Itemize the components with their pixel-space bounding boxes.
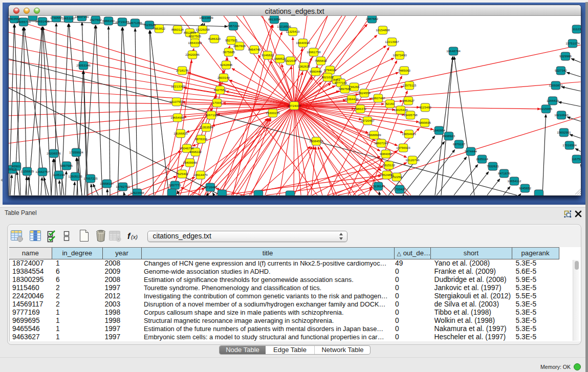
svg-text:8938923: 8938923 [443,134,455,138]
svg-text:8813054: 8813054 [268,17,281,21]
svg-text:3675685: 3675685 [223,50,235,54]
svg-text:6794028: 6794028 [324,68,337,72]
svg-text:6879197: 6879197 [453,142,466,146]
svg-text:16640910: 16640910 [296,41,310,45]
svg-text:12942757: 12942757 [35,170,50,173]
svg-text:2935114: 2935114 [476,157,488,161]
svg-text:8912954: 8912954 [184,31,197,34]
svg-text:18037191: 18037191 [75,16,89,18]
svg-text:8427552: 8427552 [214,88,227,92]
svg-text:13218506: 13218506 [277,25,291,28]
svg-text:16543362: 16543362 [188,41,202,45]
svg-text:7986372: 7986372 [354,107,367,111]
svg-text:252254: 252254 [391,175,402,179]
svg-text:19756923: 19756923 [396,146,410,149]
svg-text:1145194: 1145194 [53,173,65,177]
svg-text:10719155: 10719155 [115,20,129,24]
svg-text:8454749: 8454749 [248,48,261,51]
svg-text:18807249: 18807249 [374,141,388,145]
svg-text:15136141: 15136141 [371,184,385,188]
svg-text:15692901: 15692901 [557,130,571,134]
svg-text:39119: 39119 [9,167,17,171]
svg-text:16961758: 16961758 [307,50,321,54]
svg-text:2867608: 2867608 [233,44,246,48]
svg-text:18724007: 18724007 [287,104,301,107]
svg-text:3215955: 3215955 [540,107,553,111]
svg-text:16648784: 16648784 [446,49,461,53]
svg-text:16107553: 16107553 [169,100,184,103]
svg-text:16782759: 16782759 [116,185,130,188]
svg-text:3267110: 3267110 [205,113,217,117]
svg-text:10958107: 10958107 [100,182,114,185]
svg-text:8660124: 8660124 [171,28,184,31]
svg-text:8878334: 8878334 [195,137,208,141]
svg-text:7663822: 7663822 [153,27,166,30]
svg-text:12505135: 12505135 [68,174,82,178]
svg-text:10025438: 10025438 [394,108,408,112]
svg-text:6899695: 6899695 [419,121,431,124]
svg-text:15495798: 15495798 [403,113,418,117]
svg-text:17957225: 17957225 [83,177,98,180]
svg-text:15720407: 15720407 [360,119,375,122]
svg-text:11156829: 11156829 [20,169,34,173]
svg-text:11123: 11123 [573,27,581,31]
svg-text:8990448: 8990448 [310,70,322,73]
svg-text:7957224: 7957224 [227,24,240,28]
svg-text:746266: 746266 [349,85,360,89]
svg-text:9329966: 9329966 [559,54,572,58]
svg-text:19654985: 19654985 [170,116,185,119]
svg-text:12923468: 12923468 [130,191,144,194]
svg-text:9657771: 9657771 [169,183,182,187]
svg-text:7955812: 7955812 [315,59,328,62]
svg-text:10688609: 10688609 [367,133,381,137]
svg-text:1733426: 1733426 [394,187,406,191]
svg-text:f: f [127,232,131,240]
svg-text:9527505: 9527505 [225,38,238,42]
svg-text:6966160: 6966160 [102,19,115,23]
svg-text:1730557: 1730557 [50,16,63,19]
svg-text:1244419: 1244419 [547,99,559,102]
svg-text:16033809: 16033809 [199,16,213,19]
svg-text:43901: 43901 [12,164,21,168]
svg-text:22420046: 22420046 [185,53,200,56]
svg-text:16914479: 16914479 [193,173,208,177]
svg-text:9463627: 9463627 [402,99,415,102]
svg-text:9227342: 9227342 [555,69,568,72]
svg-text:9245652: 9245652 [519,186,532,190]
svg-text:1640954: 1640954 [433,128,446,132]
svg-text:20691406: 20691406 [35,19,50,23]
svg-text:9146821: 9146821 [262,53,274,57]
svg-text:1527602: 1527602 [90,18,102,21]
svg-text:10671355: 10671355 [128,21,142,25]
svg-text:19166825: 19166825 [173,132,188,135]
svg-text:10973493: 10973493 [393,53,407,57]
svg-text:9498222: 9498222 [189,150,202,154]
svg-text:62160: 62160 [385,102,395,105]
svg-text:15751074: 15751074 [565,41,580,45]
svg-text:9327505: 9327505 [189,34,202,38]
svg-text:8471676: 8471676 [498,171,511,175]
svg-text:6322037: 6322037 [285,59,297,62]
svg-text:7515526: 7515526 [143,23,156,27]
svg-text:9084067: 9084067 [380,152,393,156]
svg-text:9474444: 9474444 [465,149,477,153]
svg-text:9777169: 9777169 [335,81,347,84]
svg-text:2603144: 2603144 [217,76,230,79]
svg-text:17016504: 17016504 [562,143,577,147]
svg-text:7485063: 7485063 [398,69,411,72]
svg-text:9115460: 9115460 [419,105,431,109]
svg-text:1362615: 1362615 [298,64,311,68]
svg-text:10120746: 10120746 [405,158,420,162]
svg-text:9997586: 9997586 [60,164,73,167]
svg-text:19384554: 19384554 [309,139,323,143]
svg-text:14055713: 14055713 [16,20,31,24]
svg-text:10653267: 10653267 [61,16,76,20]
svg-text:16210643: 16210643 [554,113,569,117]
svg-text:10807487: 10807487 [371,96,385,100]
svg-text:15226058: 15226058 [195,28,210,31]
svg-text:7632621: 7632621 [487,164,499,168]
svg-text:1621022: 1621022 [321,75,334,79]
svg-text:11325419: 11325419 [286,30,300,33]
svg-text:7625402: 7625402 [176,172,189,176]
svg-text:116753: 116753 [572,157,581,161]
